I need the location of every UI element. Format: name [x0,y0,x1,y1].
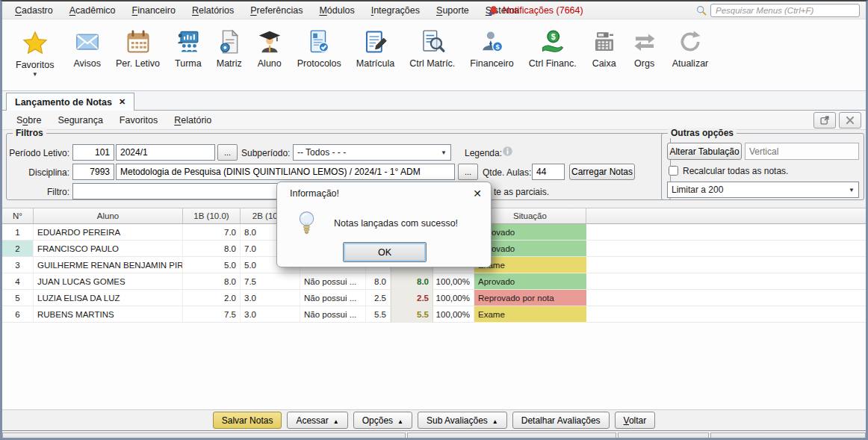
open-new-window-button[interactable] [813,112,836,128]
header-cell-1b-10-0[interactable]: 1B (10.0) [183,208,241,224]
tabulacao-input[interactable] [745,143,859,160]
cell-filler [586,273,866,290]
disciplina-label: Disciplina: [8,165,69,180]
toolbar-label: Turma [175,58,202,69]
menu-cadastro[interactable]: Cadastro [7,1,61,19]
cell-col5: Não possui ... [300,306,366,323]
cell-col6: 8.0 [366,273,391,290]
page-actions [813,112,861,128]
cell-filler [586,257,866,273]
disciplina-value-input[interactable] [116,164,455,180]
acessar-button[interactable]: Acessar▲ [287,412,347,429]
alterar-tabulacao-button[interactable]: Alterar Tabulação [667,143,742,160]
close-page-button[interactable] [839,112,861,128]
subperiodo-value: -- Todos - - - [297,147,346,158]
toolbar-financeiro[interactable]: $Financeiro [462,29,521,69]
menu-suporte[interactable]: Suporte [428,1,477,19]
dialog-ok-button[interactable]: OK [343,242,427,262]
cell-1b: 7.5 [183,306,241,323]
qtde-aulas-input[interactable] [532,164,565,180]
cell-filler [586,241,866,257]
periodo-code-input[interactable] [72,144,114,161]
menu-modulos[interactable]: Módulos [311,1,362,19]
carregar-notas-button[interactable]: Carregar Notas [569,164,635,180]
tab-close-icon[interactable]: ✕ [119,97,125,107]
recalcular-checkbox[interactable] [669,166,678,176]
person-money-icon: $ [480,29,505,55]
toolbar-favoritos[interactable]: Favoritos▾ [8,29,61,78]
notifications-button[interactable]: Notificações (7664) [488,1,583,19]
opcoes-button[interactable]: Opções▲ [353,412,412,429]
cell-num: 2 [2,241,34,257]
menu-relatorios[interactable]: Relatórios [184,1,242,19]
limitar-select[interactable]: Limitar a 200 ▼ [667,182,859,198]
sub-avaliacoes-button[interactable]: Sub Avaliações▲ [418,412,507,429]
table-row[interactable]: 4JUAN LUCAS GOMES8.07.5Não possui ...8.0… [2,273,866,290]
statusbar-segment-2 [407,433,616,439]
toolbar-label: Favoritos [16,60,54,70]
matrix-doc-icon [217,29,242,55]
dialog-titlebar[interactable]: Informação! ✕ [277,182,491,199]
table-row[interactable]: 5LUZIA ELISA DA LUZ2.03.0Não possui ...2… [2,290,866,306]
dialog-message: Notas lançadas com sucesso! [334,218,458,229]
cell-1b: 7.0 [183,224,241,241]
cell-col6: 2.5 [366,290,391,306]
salvar-notas-button[interactable]: Salvar Notas [213,412,282,429]
toolbar-ctrl-financ[interactable]: $Ctrl Financ. [521,29,584,69]
menu-search-input[interactable] [710,4,860,17]
legenda-label: Legenda: [465,146,502,161]
filters-group-title: Filtros [13,128,46,138]
menu-academico[interactable]: Acadêmico [61,1,124,19]
pagemenu-favoritos[interactable]: Favoritos [111,111,166,129]
statusbar-segment-4 [710,433,866,439]
pagemenu-relatorio[interactable]: Relatório [166,111,220,129]
disciplina-code-input[interactable] [72,164,114,180]
toolbar-matricula[interactable]: Matrícula [349,29,402,69]
cell-aluno: RUBENS MARTINS [34,306,183,323]
disciplina-lookup-button[interactable]: ... [458,164,478,180]
toolbar-caixa[interactable]: Caixa [584,29,624,69]
dialog-close-icon[interactable]: ✕ [473,188,482,199]
toolbar-turma[interactable]: Turma [167,29,209,69]
cell-situacao: Exame [474,306,586,323]
menu-preferencias[interactable]: Preferências [242,1,311,19]
enrollment-doc-icon [363,29,388,55]
statusbar-segment-1 [2,433,406,439]
tab-lancamento-de-notas[interactable]: Lançamento de Notas ✕ [6,93,134,111]
periodo-value-input[interactable] [116,144,215,161]
subperiodo-select[interactable]: -- Todos - - - ▼ [293,144,451,161]
cell-num: 5 [2,290,34,306]
toolbar-avisos[interactable]: Avisos [66,29,108,69]
toolbar-matriz[interactable]: Matriz [209,29,249,69]
periodo-lookup-button[interactable]: ... [217,144,238,161]
cell-1b: 8.0 [183,273,241,290]
toolbar-label: Orgs [632,58,657,69]
svg-text:$: $ [551,32,555,41]
toolbar-label: Financeiro [470,58,513,69]
refresh-icon [678,29,703,55]
toolbar-label: Per. Letivo [116,58,160,69]
cell-1b: 5.0 [183,257,241,273]
toolbar-orgs[interactable]: Orgs [624,29,665,69]
toolbar-aluno[interactable]: Aluno [249,29,290,69]
detalhar-avaliacoes-button[interactable]: Detalhar Avaliações [512,412,610,429]
protocol-doc-icon [306,29,332,55]
cell-aluno: EDUARDO PEREIRA [34,224,183,241]
toolbar-protocolos[interactable]: Protocolos [290,29,349,69]
header-cell-n[interactable]: N° [2,208,34,224]
toolbar-atualizar[interactable]: Atualizar [665,29,716,69]
menu-financeiro[interactable]: Financeiro [124,1,184,19]
voltar-button[interactable]: Voltar [615,412,656,429]
menu-integracoes[interactable]: Integrações [363,1,428,19]
cell-2b: 3.0 [241,306,300,323]
legend-info-icon[interactable] [502,146,513,157]
table-row[interactable]: 6RUBENS MARTINS7.53.0Não possui ...5.55.… [2,306,866,323]
pagemenu-seguranca[interactable]: Segurança [49,111,111,129]
toolbar-ctrl-matric[interactable]: Ctrl Matríc. [402,29,462,69]
cell-situacao: Reprovado por nota [474,290,586,306]
pagemenu-sobre[interactable]: Sobre [8,111,49,129]
search-icon [695,4,707,16]
header-cell-aluno[interactable]: Aluno [34,208,183,224]
toolbar-per-letivo[interactable]: Per. Letivo [108,29,167,69]
notifications-label: Notificações (7664) [503,5,583,16]
